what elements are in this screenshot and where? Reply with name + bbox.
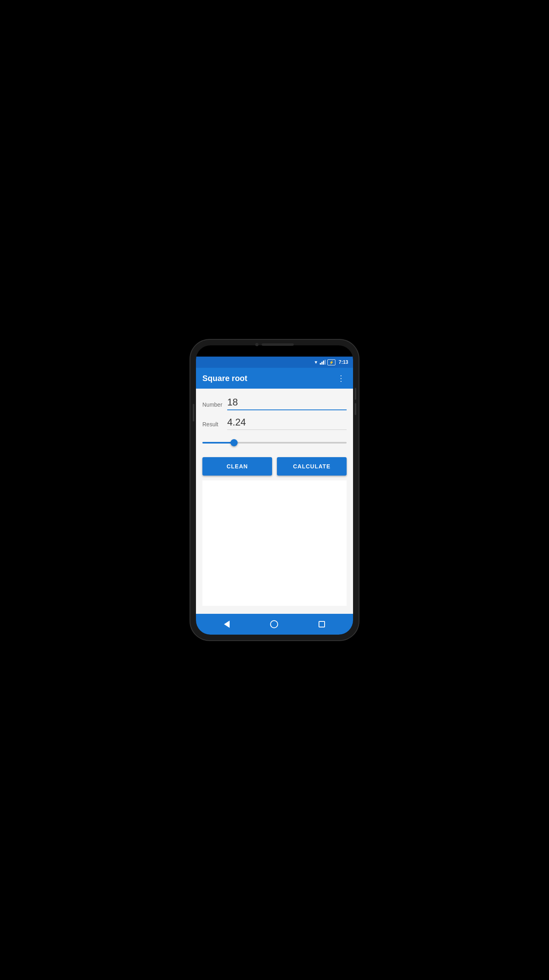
slider-container [202,438,347,448]
number-input-container [227,397,347,410]
battery-icon: ⚡ [327,359,335,365]
app-bar: Square root ⋮ [196,368,353,389]
result-input-container [227,417,347,430]
result-input[interactable] [227,417,347,428]
slider-fill [202,442,234,444]
content-area: Number Result CLEAN [196,389,353,614]
nav-bar [196,614,353,635]
phone-frame: ▼ ⚡ 7:13 Square root ⋮ [190,340,359,640]
home-icon [270,620,278,628]
volume-up-button[interactable] [355,388,356,400]
number-input[interactable] [227,397,347,408]
wifi-icon: ▼ [314,360,318,365]
result-field-row: Result [202,417,347,430]
slider-thumb[interactable] [230,439,238,446]
number-field-row: Number [202,397,347,410]
result-label: Result [202,421,223,430]
signal-icon [320,360,326,365]
speaker [262,345,294,346]
recents-button[interactable] [315,618,328,631]
status-bar: ▼ ⚡ 7:13 [196,357,353,368]
status-time: 7:13 [339,359,348,365]
volume-down-button[interactable] [355,403,356,415]
camera [255,345,258,346]
buttons-row: CLEAN CALCULATE [202,457,347,476]
status-icons: ▼ ⚡ 7:13 [314,359,348,365]
home-button[interactable] [267,617,281,631]
back-button[interactable] [221,617,233,631]
calculate-button[interactable]: CALCULATE [277,457,347,476]
more-options-icon[interactable]: ⋮ [335,372,347,385]
clean-button[interactable]: CLEAN [202,457,272,476]
recents-icon [319,621,325,627]
back-icon [224,621,230,628]
app-title: Square root [202,374,247,383]
screen: ▼ ⚡ 7:13 Square root ⋮ [196,345,353,635]
number-label: Number [202,401,223,410]
power-button[interactable] [193,404,194,421]
empty-content-area [202,480,347,606]
slider-track [202,442,347,444]
